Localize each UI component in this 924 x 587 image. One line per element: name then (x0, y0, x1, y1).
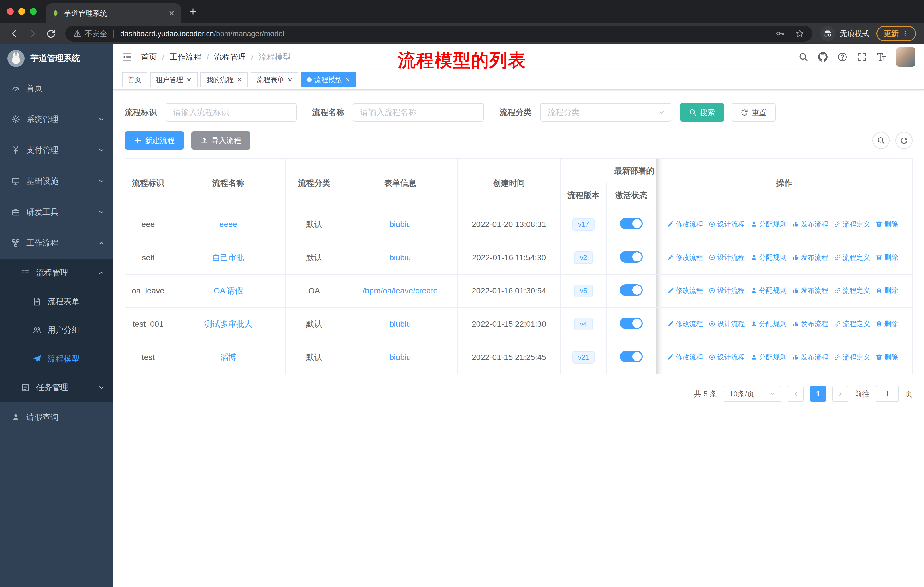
toggle-search-button[interactable] (873, 132, 889, 149)
action-delete-link[interactable]: 删除 (876, 253, 898, 262)
breadcrumb-home[interactable]: 首页 (141, 51, 157, 63)
action-edit-link[interactable]: 修改流程 (667, 352, 703, 362)
action-design-link[interactable]: 设计流程 (709, 319, 745, 329)
current-page[interactable]: 1 (810, 386, 826, 402)
tag-process-model[interactable]: 流程模型 (301, 72, 356, 87)
tag-close-icon[interactable] (186, 77, 192, 83)
process-name-input[interactable] (353, 103, 484, 122)
next-page-button[interactable] (832, 386, 848, 402)
process-name-link[interactable]: 滔博 (220, 353, 236, 362)
process-name-link[interactable]: OA 请假 (214, 286, 243, 295)
active-toggle[interactable] (620, 351, 643, 362)
font-size-icon[interactable] (876, 52, 886, 62)
action-publish-link[interactable]: 发布流程 (792, 253, 828, 262)
menu-dots-icon[interactable] (901, 30, 909, 37)
process-name-link[interactable]: 自己审批 (212, 253, 244, 262)
goto-page-input[interactable] (876, 386, 899, 402)
action-design-link[interactable]: 设计流程 (709, 220, 745, 229)
action-edit-link[interactable]: 修改流程 (667, 319, 703, 329)
tag-close-icon[interactable] (287, 77, 293, 83)
create-process-button[interactable]: 新建流程 (125, 131, 184, 150)
address-bar[interactable]: 不安全 dashboard.yudao.iocoder.cn/bpm/manag… (65, 25, 812, 41)
form-info-link[interactable]: biubiu (389, 220, 411, 229)
action-assign-rule-link[interactable]: 分配规则 (751, 286, 787, 295)
action-delete-link[interactable]: 删除 (876, 319, 898, 329)
action-definition-link[interactable]: 流程定义 (834, 352, 870, 362)
tag-close-icon[interactable] (237, 77, 242, 83)
sidebar-item-system-mgmt[interactable]: 系统管理 (0, 104, 114, 135)
tag-process-form[interactable]: 流程表单 (251, 72, 299, 87)
bookmark-star-icon[interactable] (795, 29, 804, 38)
action-publish-link[interactable]: 发布流程 (792, 352, 828, 362)
search-button[interactable]: 搜索 (680, 103, 724, 122)
active-toggle[interactable] (620, 317, 643, 329)
window-close-button[interactable] (7, 8, 14, 15)
sidebar-item-leave-query[interactable]: 请假查询 (0, 402, 114, 433)
action-definition-link[interactable]: 流程定义 (834, 220, 870, 229)
active-toggle[interactable] (620, 284, 643, 296)
page-size-select[interactable]: 10条/页 (723, 386, 781, 402)
action-delete-link[interactable]: 删除 (876, 220, 898, 229)
sidebar-item-workflow[interactable]: 工作流程 (0, 228, 114, 258)
action-definition-link[interactable]: 流程定义 (834, 253, 870, 262)
breadcrumb-process-mgmt[interactable]: 流程管理 (214, 51, 246, 63)
tab-close-icon[interactable] (168, 10, 175, 17)
refresh-table-button[interactable] (895, 132, 912, 149)
prev-page-button[interactable] (788, 386, 804, 402)
forward-button[interactable] (24, 25, 41, 42)
sidebar-item-infrastructure[interactable]: 基础设施 (0, 166, 114, 197)
action-delete-link[interactable]: 删除 (876, 352, 898, 362)
sidebar-item-payment-mgmt[interactable]: 支付管理 (0, 135, 114, 166)
action-design-link[interactable]: 设计流程 (709, 253, 745, 262)
action-definition-link[interactable]: 流程定义 (834, 286, 870, 295)
sidebar-item-process-model[interactable]: 流程模型 (0, 344, 114, 373)
password-key-icon[interactable] (776, 29, 785, 38)
sidebar-item-task-mgmt[interactable]: 任务管理 (0, 373, 114, 402)
browser-tab[interactable]: 芋道管理系统 (46, 3, 181, 23)
help-icon[interactable] (838, 52, 847, 62)
sidebar-item-process-form[interactable]: 流程表单 (0, 287, 114, 316)
sidebar-item-process-mgmt[interactable]: 流程管理 (0, 258, 114, 287)
active-toggle[interactable] (620, 218, 643, 229)
tag-home[interactable]: 首页 (122, 72, 147, 87)
form-info-link[interactable]: biubiu (389, 319, 411, 329)
breadcrumb-workflow[interactable]: 工作流程 (170, 51, 201, 63)
form-info-link[interactable]: /bpm/oa/leave/create (363, 286, 438, 295)
window-zoom-button[interactable] (30, 8, 37, 15)
action-publish-link[interactable]: 发布流程 (792, 286, 828, 295)
sidebar-item-user-group[interactable]: 用户分组 (0, 316, 114, 344)
reload-button[interactable] (42, 25, 59, 42)
sidebar-item-home[interactable]: 首页 (0, 73, 114, 104)
window-minimize-button[interactable] (18, 8, 25, 15)
update-button[interactable]: 更新 (876, 26, 916, 41)
action-publish-link[interactable]: 发布流程 (792, 220, 828, 229)
user-avatar[interactable] (896, 47, 916, 67)
action-delete-link[interactable]: 删除 (876, 286, 898, 295)
fullscreen-icon[interactable] (857, 52, 867, 62)
tag-my-process[interactable]: 我的流程 (201, 72, 248, 87)
process-name-link[interactable]: 测试多审批人 (204, 319, 252, 329)
tag-tenant-mgmt[interactable]: 租户管理 (150, 72, 198, 87)
sidebar-item-dev-tools[interactable]: 研发工具 (0, 197, 114, 228)
action-assign-rule-link[interactable]: 分配规则 (751, 220, 787, 229)
security-warning-icon[interactable] (73, 30, 81, 38)
search-icon[interactable] (799, 52, 808, 62)
action-definition-link[interactable]: 流程定义 (834, 319, 870, 329)
form-info-link[interactable]: biubiu (389, 353, 411, 362)
active-toggle[interactable] (620, 251, 643, 263)
action-design-link[interactable]: 设计流程 (709, 352, 745, 362)
process-key-input[interactable] (165, 103, 297, 122)
tag-close-icon[interactable] (345, 77, 351, 83)
action-edit-link[interactable]: 修改流程 (667, 220, 703, 229)
new-tab-button[interactable] (189, 7, 197, 15)
action-assign-rule-link[interactable]: 分配规则 (751, 352, 787, 362)
action-assign-rule-link[interactable]: 分配规则 (751, 253, 787, 262)
action-publish-link[interactable]: 发布流程 (792, 319, 828, 329)
form-info-link[interactable]: biubiu (389, 253, 411, 262)
sidebar-toggle-icon[interactable] (122, 52, 132, 62)
reset-button[interactable]: 重置 (731, 103, 776, 122)
process-name-link[interactable]: eeee (219, 220, 237, 229)
import-process-button[interactable]: 导入流程 (191, 131, 250, 150)
action-assign-rule-link[interactable]: 分配规则 (751, 319, 787, 329)
action-edit-link[interactable]: 修改流程 (667, 253, 703, 262)
